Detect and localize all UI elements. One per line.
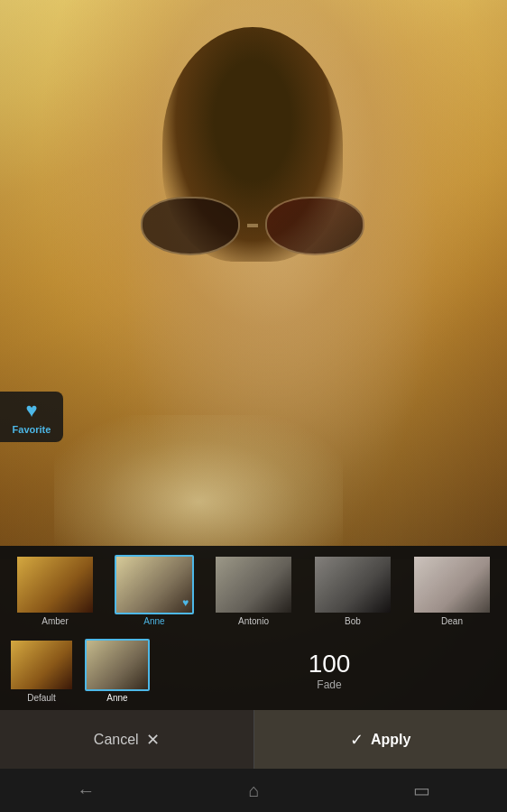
glass-bridge [247,224,258,227]
filter-strip: Amber ♥ Anne Antonio [0,546,507,632]
recent-icon: ▭ [413,780,430,801]
home-icon: ⌂ [248,780,259,801]
fade-label: Fade [317,678,341,691]
bottom-panel: Amber ♥ Anne Antonio [0,546,507,812]
filter-item-amber[interactable]: Amber [5,553,105,628]
adjust-item-default[interactable]: Default [4,637,79,705]
filter-thumb-antonio [214,555,293,614]
favorite-label: Favorite [13,424,51,435]
adjust-thumb-anne [85,639,150,691]
adjust-label-default: Default [27,693,56,703]
apply-label: Apply [371,732,410,748]
apply-check-icon: ✓ [350,730,364,750]
filter-label-bob: Bob [345,616,361,626]
filter-item-antonio[interactable]: Antonio [204,553,303,628]
cancel-icon: ✕ [146,730,160,750]
filter-thumb-bob [313,555,392,614]
filter-preview-bob [315,557,391,613]
adjust-thumb-default [9,639,74,691]
adjust-preview-default [11,641,72,689]
glass-right-lens [265,197,364,255]
home-nav-button[interactable]: ⌂ [230,773,277,808]
apply-button[interactable]: ✓ Apply [254,710,508,769]
action-bar: Cancel ✕ ✓ Apply [0,710,507,769]
filter-label-amber: Amber [41,616,68,626]
photo-glasses [126,189,379,262]
filter-label-dean: Dean [441,616,463,626]
glass-left-lens [141,197,240,255]
filter-thumb-amber [15,555,95,614]
filter-row: Amber ♥ Anne Antonio [4,553,503,628]
filter-thumb-anne: ♥ [115,555,194,614]
filter-heart-icon: ♥ [182,596,189,609]
fade-value: 100 [309,651,351,677]
navigation-bar: ← ⌂ ▭ [0,769,507,812]
filter-label-anne: Anne [143,616,164,626]
filter-preview-antonio [216,557,291,613]
back-icon: ← [77,780,95,801]
cancel-button[interactable]: Cancel ✕ [0,710,254,769]
filter-item-anne[interactable]: ♥ Anne [105,553,204,628]
filter-label-antonio: Antonio [238,616,269,626]
adjust-label-anne: Anne [106,693,127,703]
adjust-row: Default Anne 100 Fade [0,632,507,710]
filter-item-bob[interactable]: Bob [303,553,402,628]
adjust-preview-anne [87,641,148,689]
filter-preview-amber [17,557,93,613]
filter-item-dean[interactable]: Dean [402,553,502,628]
recent-nav-button[interactable]: ▭ [395,772,448,808]
back-nav-button[interactable]: ← [59,773,113,808]
filter-preview-anne [116,557,192,613]
adjust-item-anne[interactable]: Anne [79,637,155,705]
favorite-heart-icon: ♥ [25,399,37,422]
favorite-button[interactable]: ♥ Favorite [0,392,63,442]
filter-thumb-dean [412,555,492,614]
cancel-label: Cancel [94,732,139,748]
filter-preview-dean [414,557,490,613]
photo-flowers [54,415,343,559]
fade-control[interactable]: 100 Fade [155,648,503,695]
